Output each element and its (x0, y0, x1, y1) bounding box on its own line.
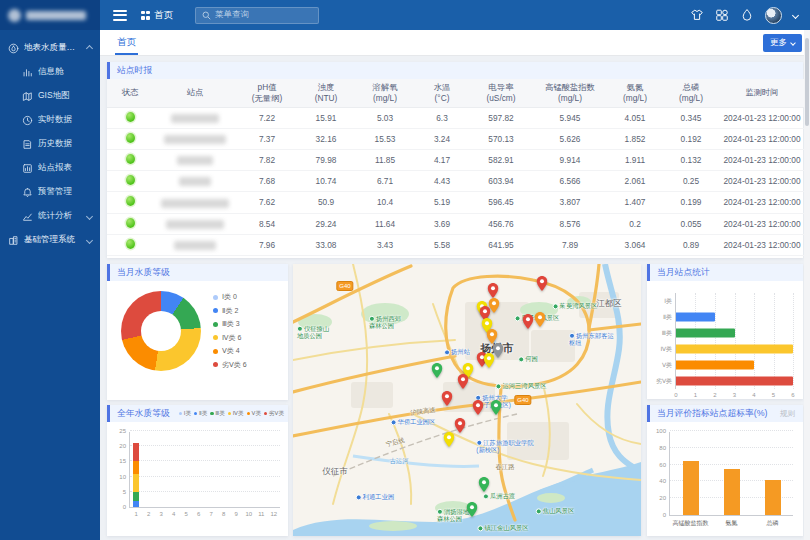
cell-value: 7.62 (237, 192, 297, 213)
station-pin-orange[interactable] (487, 329, 498, 344)
multi-screen-icon[interactable] (715, 8, 729, 22)
sidebar-item-站点报表[interactable]: 站点报表 (0, 156, 100, 180)
table-row[interactable]: 7.6250.910.45.19596.453.8071.4070.199202… (107, 192, 805, 213)
sidebar-item-历史数据[interactable]: 历史数据 (0, 132, 100, 156)
sidebar-item-信息舱[interactable]: 信息舱 (0, 60, 100, 84)
table-row[interactable]: 7.8279.9811.854.17582.919.9141.9110.1322… (107, 149, 805, 170)
table-row[interactable]: 7.3732.1615.533.24570.135.6261.8520.1922… (107, 128, 805, 149)
sidebar-item-label: 信息舱 (38, 66, 92, 78)
map-label: 扬州西郊森林公园 (369, 315, 401, 329)
tab-home[interactable]: 首页 (115, 30, 138, 55)
system-icon (8, 43, 19, 54)
map-label: 仪征市 (322, 467, 348, 477)
cell-value: 0.25 (663, 171, 719, 192)
user-avatar[interactable] (765, 7, 782, 24)
breadcrumb-label: 首页 (154, 9, 173, 22)
sidebar-item-统计分析[interactable]: 统计分析 (0, 204, 100, 228)
cell-value: 6.71 (355, 171, 415, 192)
panel-title-monthly-grade: 当月水质等级 (107, 264, 288, 281)
rules-link[interactable]: 规则 (780, 405, 795, 422)
station-pin-red[interactable] (523, 314, 534, 329)
map-label: 扬州站 (444, 348, 470, 355)
report-icon (22, 163, 33, 174)
dashboard-content: 站点时报 状态站点pH值(无量纲)浊度(NTU)溶解氧(mg/L)水温(°C)电… (100, 56, 810, 540)
sidebar-section-0[interactable]: 地表水质量监测系统 (0, 36, 100, 60)
map-label: 春江路 (496, 463, 515, 470)
breadcrumb[interactable]: 首页 (141, 9, 173, 22)
cell-value: 15.53 (355, 128, 415, 149)
station-pin-green[interactable] (491, 400, 502, 415)
hbar-Ⅳ类 (676, 345, 793, 354)
station-pin-red[interactable] (442, 391, 453, 406)
cell-value: 5.945 (533, 107, 607, 128)
poi-icon (391, 419, 397, 425)
cell-value: 597.82 (469, 107, 533, 128)
topbar: 首页 菜单查询 (0, 0, 810, 30)
station-pin-red[interactable] (473, 400, 484, 415)
station-pin-green[interactable] (479, 477, 490, 492)
column-header: 总磷(mg/L) (663, 79, 719, 107)
menu-collapse-icon[interactable] (113, 10, 127, 21)
hbar-Ⅱ类 (676, 313, 715, 322)
cell-value: 5.03 (355, 107, 415, 128)
panel-title-yearly-grade: 全年水质等级 (117, 405, 170, 422)
cell-monitor-time: 2024-01-23 12:00:00 (719, 107, 805, 128)
cell-value: 1.852 (607, 128, 663, 149)
legend-item: Ⅱ类 2 (213, 306, 247, 316)
water-drop-icon[interactable] (740, 8, 754, 22)
legend-item: Ⅴ类 (247, 405, 261, 422)
legend-item: 劣Ⅴ类 (264, 405, 284, 422)
station-pin-green[interactable] (432, 363, 443, 378)
legend-item: Ⅰ类 (179, 405, 191, 422)
station-name-redacted (161, 199, 229, 208)
legend-item: Ⅲ类 3 (213, 319, 247, 329)
table-row[interactable]: 7.2215.915.036.3597.825.9454.0510.345202… (107, 107, 805, 128)
sidebar-item-label: 预警管理 (38, 186, 92, 198)
cell-value: 582.91 (469, 149, 533, 170)
station-name-redacted (164, 135, 226, 144)
theme-skin-icon[interactable] (690, 8, 704, 22)
legend-item: Ⅴ类 4 (213, 346, 247, 356)
sidebar-section-label: 基础管理系统 (24, 234, 82, 246)
station-pin-red[interactable] (537, 276, 548, 291)
station-pin-red[interactable] (458, 374, 469, 389)
sidebar-item-label: 历史数据 (38, 138, 92, 150)
poi-icon (569, 333, 575, 339)
status-normal-dot (126, 175, 135, 185)
poi-icon (536, 508, 542, 514)
column-header: 站点 (153, 79, 237, 107)
hbar-Ⅲ类 (676, 329, 735, 338)
logo-text-redacted (26, 11, 86, 20)
station-pin-green[interactable] (467, 502, 478, 517)
monthly-grade-donut-chart (121, 291, 201, 371)
user-menu-chevron-icon[interactable] (792, 11, 799, 18)
station-map[interactable]: 扬州市江都区仪征市扬州西郊森林公园仪征捺山地质公园唐子城风景区茱萸湾风景区何园运… (293, 264, 641, 536)
cell-value: 4.051 (607, 107, 663, 128)
cell-value: 0.055 (663, 213, 719, 234)
cell-value: 32.16 (297, 128, 355, 149)
cell-value: 5.19 (415, 192, 469, 213)
sidebar-item-预警管理[interactable]: 预警管理 (0, 180, 100, 204)
sidebar-item-GIS地图[interactable]: GIS地图 (0, 84, 100, 108)
sidebar-item-label: 站点报表 (38, 162, 92, 174)
poi-icon (476, 440, 482, 446)
more-chevron-icon (790, 40, 796, 46)
more-button[interactable]: 更多 (763, 34, 802, 52)
station-pin-orange[interactable] (535, 312, 546, 327)
table-row[interactable]: 8.5429.2411.643.69456.768.5760.20.055202… (107, 213, 805, 234)
cell-value: 3.24 (415, 128, 469, 149)
cell-monitor-time: 2024-01-23 12:00:00 (719, 128, 805, 149)
station-pin-yellow[interactable] (484, 353, 495, 368)
cell-value: 5.626 (533, 128, 607, 149)
cell-value: 3.807 (533, 192, 607, 213)
station-pin-red[interactable] (455, 418, 466, 433)
sidebar-item-实时数据[interactable]: 实时数据 (0, 108, 100, 132)
menu-search-input[interactable]: 菜单查询 (195, 7, 319, 24)
station-pin-yellow[interactable] (444, 432, 455, 447)
page-scrollbar-thumb[interactable] (805, 38, 809, 126)
station-pin-red[interactable] (488, 283, 499, 298)
sidebar-section-1[interactable]: 基础管理系统 (0, 228, 100, 252)
table-row[interactable]: 7.9633.083.435.58641.957.893.0640.892024… (107, 234, 805, 255)
map-label: 润扬湿地森林公园 (437, 508, 469, 522)
table-row[interactable]: 7.6810.746.714.43603.946.5662.0610.25202… (107, 171, 805, 192)
